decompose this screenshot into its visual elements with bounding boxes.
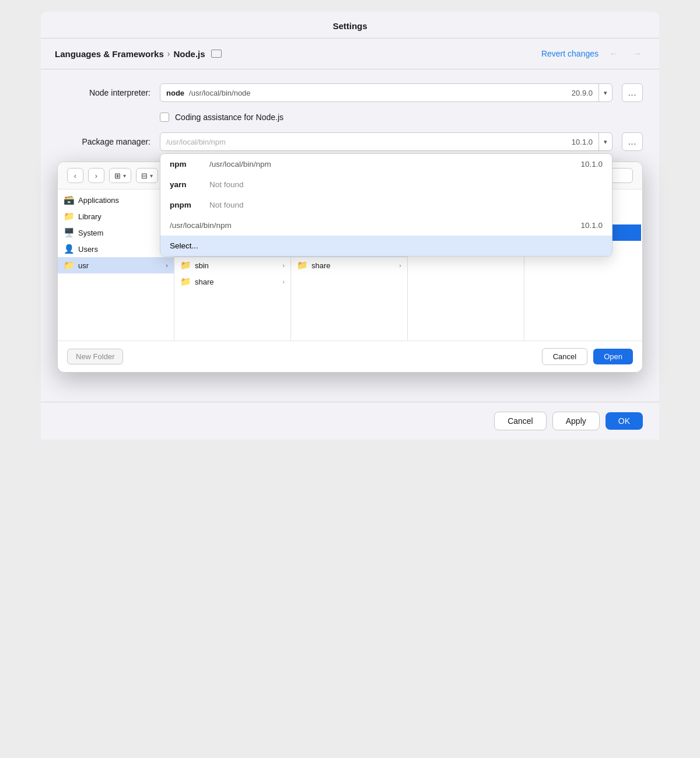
package-manager-dropdown: npm /usr/local/bin/npm 10.1.0 yarn Not f… xyxy=(160,153,612,257)
file-item-label: Applications xyxy=(78,196,119,205)
list-item[interactable]: 🖥️ System › xyxy=(58,224,174,241)
file-item-label: usr xyxy=(78,261,89,270)
dropdown-yarn-status: Not found xyxy=(209,180,244,189)
dropdown-item-yarn[interactable]: yarn Not found xyxy=(160,174,612,195)
folder-icon: 📁 xyxy=(64,260,75,271)
package-manager-more-btn[interactable]: ... xyxy=(622,132,643,151)
dropdown-pnpm-status: Not found xyxy=(209,201,244,209)
folder-icon: 📁 xyxy=(297,260,308,271)
package-manager-dropdown-btn[interactable]: ▾ xyxy=(598,133,612,150)
interpreter-field-inner: node /usr/local/bin/node 20.9.0 xyxy=(160,89,598,97)
columns-dropdown-arrow: ▾ xyxy=(123,173,126,179)
file-dialog-forward-btn[interactable]: › xyxy=(88,168,104,183)
package-manager-field-inner: /usr/local/bin/npm 10.1.0 xyxy=(160,138,598,146)
package-manager-field[interactable]: /usr/local/bin/npm 10.1.0 ▾ xyxy=(160,132,612,151)
package-manager-version: 10.1.0 xyxy=(572,138,593,146)
breadcrumb-actions: Revert changes ← → xyxy=(541,45,645,62)
panel-icon[interactable] xyxy=(211,50,222,58)
dropdown-select-label: Select... xyxy=(170,241,198,250)
settings-window: Settings Languages & Frameworks › Node.j… xyxy=(41,12,659,440)
file-dialog-open-button[interactable]: Open xyxy=(593,349,633,364)
dropdown-pnpm-name: pnpm xyxy=(170,201,205,209)
list-item[interactable]: 📁 Library › xyxy=(58,208,174,224)
interpreter-version: 20.9.0 xyxy=(572,89,593,97)
package-manager-label: Package manager: xyxy=(57,137,150,146)
file-item-label: share xyxy=(312,261,331,270)
list-item[interactable]: 🗃️ Applications › xyxy=(58,192,174,208)
file-dialog-back-btn[interactable]: ‹ xyxy=(67,168,83,183)
interpreter-name: node xyxy=(166,89,184,97)
breadcrumb-parent[interactable]: Languages & Frameworks xyxy=(55,49,164,59)
coding-assistance-row: Coding assistance for Node.js xyxy=(57,113,643,122)
new-folder-button: New Folder xyxy=(67,349,123,364)
interpreter-path: /usr/local/bin/node xyxy=(189,89,251,97)
file-item-label: System xyxy=(78,229,103,237)
folder-icon: 📁 xyxy=(64,211,75,222)
bottom-bar: Cancel Apply OK xyxy=(41,402,659,440)
folder-icon: 👤 xyxy=(64,244,75,254)
chevron-right-icon: › xyxy=(282,278,285,285)
chevron-right-icon: › xyxy=(282,262,285,269)
list-item[interactable]: 📁 share › xyxy=(174,273,290,290)
apply-button[interactable]: Apply xyxy=(552,412,600,430)
folder-icon: 📁 xyxy=(180,260,191,271)
package-manager-placeholder: /usr/local/bin/npm xyxy=(166,138,226,146)
breadcrumb: Languages & Frameworks › Node.js xyxy=(55,49,541,59)
breadcrumb-row: Languages & Frameworks › Node.js Revert … xyxy=(41,38,659,69)
file-dialog-footer: New Folder Cancel Open xyxy=(58,341,642,372)
dropdown-usr-npm-path: /usr/local/bin/npm xyxy=(170,221,576,230)
ok-button[interactable]: OK xyxy=(606,412,643,430)
cancel-button[interactable]: Cancel xyxy=(494,412,547,430)
dropdown-npm-path: /usr/local/bin/npm xyxy=(209,160,576,169)
package-manager-container: /usr/local/bin/npm 10.1.0 ▾ npm /usr/loc… xyxy=(160,132,612,151)
dropdown-npm-version: 10.1.0 xyxy=(580,160,603,169)
interpreter-dropdown-btn[interactable]: ▾ xyxy=(598,84,612,101)
folder-icon: 🖥️ xyxy=(64,227,75,238)
interpreter-field[interactable]: node /usr/local/bin/node 20.9.0 ▾ xyxy=(160,83,612,102)
grid-dropdown-arrow: ▾ xyxy=(150,173,153,179)
coding-assistance-label: Coding assistance for Node.js xyxy=(175,113,284,122)
file-item-label: Library xyxy=(78,212,102,221)
interpreter-label: Node interpreter: xyxy=(57,88,150,97)
file-item-label: share xyxy=(195,278,214,286)
dropdown-item-select[interactable]: Select... xyxy=(160,236,612,256)
revert-changes-link[interactable]: Revert changes xyxy=(541,49,598,58)
interpreter-row: Node interpreter: node /usr/local/bin/no… xyxy=(57,83,643,102)
forward-button[interactable]: → xyxy=(629,45,645,62)
file-dialog-cancel-button[interactable]: Cancel xyxy=(542,348,587,365)
columns-view-btn[interactable]: ⊞ ▾ xyxy=(109,168,131,183)
dropdown-usr-npm-version: 10.1.0 xyxy=(580,221,603,230)
file-item-label: sbin xyxy=(195,261,209,270)
grid-view-btn[interactable]: ⊟ ▾ xyxy=(136,168,158,183)
breadcrumb-separator: › xyxy=(167,49,170,58)
window-title: Settings xyxy=(332,21,367,31)
grid-icon: ⊟ xyxy=(141,171,148,180)
list-item[interactable]: 📁 sbin › xyxy=(174,257,290,273)
coding-assistance-checkbox[interactable] xyxy=(160,113,169,122)
columns-icon: ⊞ xyxy=(114,171,121,180)
chevron-right-icon: › xyxy=(399,262,401,269)
list-item[interactable]: 📁 usr › xyxy=(58,257,174,273)
interpreter-more-btn[interactable]: ... xyxy=(622,83,643,102)
dropdown-npm-name: npm xyxy=(170,160,205,169)
file-item-label: Users xyxy=(78,245,98,254)
back-button[interactable]: ← xyxy=(606,45,622,62)
dropdown-item-usr-npm[interactable]: /usr/local/bin/npm 10.1.0 xyxy=(160,215,612,236)
file-column-1: 🗃️ Applications › 📁 Library › 🖥️ System … xyxy=(58,190,174,341)
chevron-right-icon: › xyxy=(166,262,168,269)
package-manager-row: Package manager: /usr/local/bin/npm 10.1… xyxy=(57,132,643,151)
dropdown-item-npm[interactable]: npm /usr/local/bin/npm 10.1.0 xyxy=(160,154,612,174)
dropdown-yarn-name: yarn xyxy=(170,180,205,189)
folder-icon: 🗃️ xyxy=(64,195,75,205)
breadcrumb-current: Node.js xyxy=(173,49,205,59)
title-bar: Settings xyxy=(41,12,659,38)
dropdown-item-pnpm[interactable]: pnpm Not found xyxy=(160,195,612,215)
list-item[interactable]: 📁 share › xyxy=(291,257,407,273)
list-item[interactable]: 👤 Users › xyxy=(58,241,174,257)
folder-icon: 📁 xyxy=(180,276,191,287)
settings-body: Node interpreter: node /usr/local/bin/no… xyxy=(41,69,659,396)
